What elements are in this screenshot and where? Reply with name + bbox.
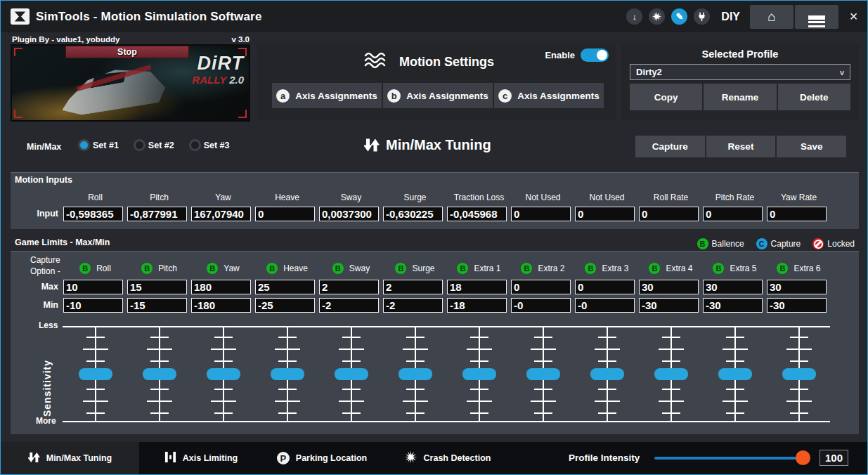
ballence-badge-icon[interactable]: B — [521, 263, 532, 274]
max-limit-field[interactable]: 15 — [127, 280, 187, 294]
ballence-badge-icon[interactable]: B — [207, 263, 218, 274]
ballence-badge-icon[interactable]: B — [79, 263, 91, 274]
sensitivity-slider[interactable] — [703, 326, 767, 422]
crash-icon[interactable] — [649, 8, 665, 25]
slider-handle[interactable] — [271, 368, 304, 380]
sensitivity-slider[interactable] — [575, 326, 639, 422]
motion-input-field[interactable]: -0,045968 — [447, 207, 507, 221]
slider-handle[interactable] — [462, 368, 496, 380]
max-limit-field[interactable]: 2 — [319, 280, 379, 294]
sensitivity-slider[interactable] — [63, 326, 127, 422]
slider-handle[interactable] — [654, 368, 688, 380]
sensitivity-slider[interactable] — [639, 326, 703, 422]
download-icon[interactable]: ↓ — [626, 8, 642, 25]
profile-select[interactable]: Dirty2 v — [630, 64, 850, 80]
save-button[interactable]: Save — [777, 136, 846, 157]
rename-button[interactable]: Rename — [704, 84, 776, 110]
sensitivity-slider[interactable] — [383, 326, 447, 422]
motion-input-field[interactable]: -0,877991 — [127, 207, 187, 221]
motion-input-field[interactable]: 0 — [767, 207, 827, 221]
delete-button[interactable]: Delete — [778, 84, 850, 110]
slider-handle[interactable] — [526, 368, 560, 380]
motion-input-field[interactable]: 167,07940 — [191, 207, 251, 221]
capture-button[interactable]: Capture — [635, 136, 705, 157]
max-limit-field[interactable]: 30 — [639, 280, 699, 294]
menu-button[interactable] — [795, 5, 838, 29]
slider-handle[interactable] — [207, 368, 240, 380]
profile-intensity-handle[interactable] — [796, 450, 810, 465]
enable-toggle[interactable] — [581, 48, 609, 62]
ballence-badge-icon[interactable]: B — [395, 263, 406, 274]
motion-input-field[interactable]: 0 — [255, 207, 315, 221]
sensitivity-slider[interactable] — [319, 326, 383, 422]
ballence-badge-icon[interactable]: B — [141, 263, 153, 274]
min-limit-field[interactable]: -180 — [191, 298, 251, 313]
slider-handle[interactable] — [718, 368, 752, 380]
slider-handle[interactable] — [782, 368, 816, 380]
slider-handle[interactable] — [590, 368, 624, 380]
tab-crash-detection[interactable]: Crash Detection — [389, 442, 505, 474]
sensitivity-slider[interactable] — [447, 326, 511, 422]
tab-parking-location[interactable]: PParking Location — [262, 442, 382, 474]
sensitivity-slider[interactable] — [255, 326, 319, 422]
sensitivity-slider[interactable] — [767, 326, 831, 422]
ballence-badge-icon[interactable]: B — [777, 263, 788, 274]
max-limit-field[interactable]: 0 — [575, 280, 635, 294]
slider-handle[interactable] — [335, 368, 368, 380]
min-limit-field[interactable]: -30 — [767, 298, 827, 313]
home-button[interactable]: ⌂ — [750, 5, 793, 29]
ballence-badge-icon[interactable]: B — [332, 263, 344, 274]
axis-assignments-button-b[interactable]: bAxis Assignments — [383, 83, 493, 108]
reset-button[interactable]: Reset — [706, 136, 776, 157]
ballence-badge-icon[interactable]: B — [457, 263, 468, 274]
sensitivity-slider[interactable] — [511, 326, 575, 422]
max-limit-field[interactable]: 30 — [703, 280, 763, 294]
ballence-badge-icon[interactable]: B — [649, 263, 660, 274]
min-limit-field[interactable]: -2 — [383, 298, 443, 313]
max-limit-field[interactable]: 10 — [63, 280, 123, 294]
min-limit-field[interactable]: -0 — [575, 298, 635, 313]
max-limit-field[interactable]: 180 — [191, 280, 251, 294]
min-limit-field[interactable]: -25 — [255, 298, 315, 313]
close-button[interactable]: × — [840, 5, 867, 29]
max-limit-field[interactable]: 25 — [255, 280, 315, 294]
max-limit-field[interactable]: 2 — [383, 280, 443, 294]
motion-input-field[interactable]: -0,630225 — [383, 207, 443, 221]
ballence-badge-icon[interactable]: B — [266, 263, 278, 274]
min-limit-field[interactable]: -10 — [63, 298, 123, 313]
copy-button[interactable]: Copy — [630, 84, 702, 110]
minmax-set-radio-2[interactable]: Set #2 — [134, 139, 174, 151]
motion-input-field[interactable]: -0,598365 — [63, 207, 123, 221]
sensitivity-slider[interactable] — [191, 326, 255, 422]
tab-axis-limiting[interactable]: Axis Limiting — [145, 442, 257, 474]
max-limit-field[interactable]: 0 — [511, 280, 571, 294]
motion-input-field[interactable]: 0 — [511, 207, 571, 221]
max-limit-field[interactable]: 30 — [767, 280, 827, 294]
slider-handle[interactable] — [143, 368, 176, 380]
max-limit-field[interactable]: 18 — [447, 280, 507, 294]
minmax-set-radio-3[interactable]: Set #3 — [189, 139, 230, 151]
motion-input-field[interactable]: 0 — [703, 207, 763, 221]
motion-input-field[interactable]: 0,0037300 — [319, 207, 379, 221]
profile-intensity-slider[interactable] — [654, 457, 803, 460]
sensitivity-slider[interactable] — [127, 326, 191, 422]
slider-handle[interactable] — [399, 368, 432, 380]
motion-input-field[interactable]: 0 — [639, 207, 699, 221]
min-limit-field[interactable]: -18 — [447, 298, 507, 313]
ballence-badge-icon[interactable]: B — [585, 263, 596, 274]
power-plug-icon[interactable] — [694, 8, 710, 25]
min-limit-field[interactable]: -2 — [319, 298, 379, 313]
ballence-badge-icon[interactable]: B — [713, 263, 724, 274]
tab-min-max-tuning[interactable]: Min/Max Tuning — [1, 442, 139, 474]
motion-input-field[interactable]: 0 — [575, 207, 635, 221]
axis-assignments-button-c[interactable]: cAxis Assignments — [494, 83, 604, 108]
stop-button[interactable]: Stop — [65, 46, 189, 58]
min-limit-field[interactable]: -30 — [639, 298, 699, 313]
min-limit-field[interactable]: -30 — [703, 298, 763, 313]
min-limit-field[interactable]: -0 — [511, 298, 571, 313]
axis-assignments-button-a[interactable]: aAxis Assignments — [272, 83, 382, 108]
minmax-set-radio-1[interactable]: Set #1 — [78, 139, 119, 151]
min-limit-field[interactable]: -15 — [127, 298, 187, 313]
edit-pencil-icon[interactable]: ✎ — [671, 8, 687, 25]
slider-handle[interactable] — [79, 368, 112, 380]
